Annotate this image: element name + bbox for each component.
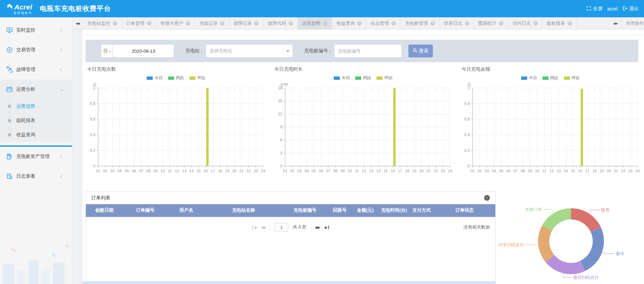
svg-text:15: 15 <box>278 99 283 103</box>
tab-label: 充值记录 <box>199 20 218 26</box>
close-operations-menu[interactable]: 关闭操作 <box>621 17 644 29</box>
tab-close-icon[interactable]: × <box>147 21 151 25</box>
tab-订单管理[interactable]: 订单管理× <box>122 17 156 29</box>
tab-close-icon[interactable]: × <box>533 21 538 25</box>
tab-收益查询[interactable]: 收益查询× <box>332 17 366 29</box>
legend-同比[interactable]: 同比 <box>168 75 184 81</box>
logout-button[interactable]: 退出 <box>622 6 639 12</box>
tab-close-icon[interactable]: × <box>430 21 435 25</box>
pie-slice-刷卡[interactable] <box>580 227 604 271</box>
tab-充电站监控[interactable]: 充电站监控× <box>82 17 122 29</box>
tab-close-icon[interactable]: × <box>289 21 293 25</box>
legend-环比[interactable]: 环比 <box>564 75 580 81</box>
brand-glyph-icon <box>7 3 13 11</box>
svg-text:1: 1 <box>93 86 95 90</box>
tabs-scroll-right-icon[interactable]: ▶▶ <box>610 17 621 29</box>
tab-label: 订单管理 <box>126 20 145 26</box>
pagination-last-icon[interactable]: ▶ <box>325 226 329 229</box>
pie-slice-微信扫码支付[interactable] <box>546 255 585 274</box>
pile-number-input[interactable] <box>334 44 402 58</box>
date-input[interactable] <box>113 44 174 58</box>
legend-swatch-icon <box>355 76 361 80</box>
pie-slice-免费订单[interactable] <box>542 208 571 231</box>
tab-close-icon[interactable]: × <box>568 21 572 25</box>
svg-text:12: 12 <box>549 169 554 173</box>
period-select[interactable]: 日 <box>101 44 113 58</box>
tab-close-icon[interactable]: × <box>113 21 117 25</box>
legend-环比[interactable]: 环比 <box>376 75 392 81</box>
svg-text:02: 02 <box>477 169 482 173</box>
tab-close-icon[interactable]: × <box>499 21 503 25</box>
sidebar-item-运营分析[interactable]: 运营分析 <box>0 79 72 99</box>
tab-能耗报表[interactable]: 能耗报表× <box>542 17 577 29</box>
pie-label-刷卡: 刷卡 <box>616 251 625 256</box>
sidebar-subitem-能耗报表[interactable]: 能耗报表 <box>0 113 72 128</box>
svg-text:24: 24 <box>448 169 453 173</box>
tab-close-icon[interactable]: × <box>186 21 190 25</box>
tab-故障代码[interactable]: 故障代码× <box>263 17 298 29</box>
search-button[interactable]: 搜索 <box>408 45 433 57</box>
fullscreen-button[interactable]: 全屏 <box>586 6 603 12</box>
station-select[interactable]: 选择充电站 <box>206 44 293 58</box>
tab-射频卡用户[interactable]: 射频卡用户× <box>156 17 195 29</box>
tab-close-icon[interactable]: × <box>220 21 224 25</box>
svg-text:0.4: 0.4 <box>464 132 470 137</box>
sidebar-subitem-运营趋势[interactable]: 运营趋势 <box>0 99 72 113</box>
pagination-first-icon[interactable]: ◀ <box>252 226 256 229</box>
sidebar-item-充电桩资产管理[interactable]: 充电桩资产管理 <box>0 147 72 166</box>
svg-text:11: 11 <box>168 169 172 173</box>
pile-number-label: 充电桩编号： <box>304 48 333 54</box>
svg-text:16: 16 <box>391 169 395 173</box>
tab-close-icon[interactable]: × <box>323 21 327 25</box>
tab-站点管理[interactable]: 站点管理× <box>366 17 401 29</box>
tab-登录日志[interactable]: 登录日志× <box>440 17 474 29</box>
sidebar-item-实时监控[interactable]: 实时监控 <box>0 20 72 40</box>
pie-slice-付宝扫码支付[interactable] <box>538 225 554 262</box>
tab-图表统计[interactable]: 图表统计× <box>474 17 508 29</box>
tab-访问日志[interactable]: 访问日志× <box>508 17 542 29</box>
sidebar-subitem-label: 能耗报表 <box>16 118 35 124</box>
username[interactable]: acrel <box>607 6 618 12</box>
sidebar-item-label: 日志查看 <box>16 173 35 179</box>
tab-close-icon[interactable]: × <box>254 21 259 25</box>
legend-今日[interactable]: 今日 <box>334 75 350 81</box>
sidebar-group-运营分析: 运营分析运营趋势能耗报表收益查询 <box>0 79 72 142</box>
filter-bar: 日 充电站： 选择充电站 充电桩编号： 搜索 <box>86 40 638 62</box>
chevron-down-icon <box>109 50 111 52</box>
tabs-scroll-left-icon[interactable]: ◀◀ <box>72 17 82 29</box>
bullet-icon <box>8 133 11 137</box>
svg-text:15: 15 <box>384 169 388 173</box>
pie-slice-投币[interactable] <box>571 208 601 232</box>
page-title: 电瓶车充电桩收费平台 <box>40 4 111 13</box>
legend-swatch-icon <box>564 76 570 80</box>
svg-text:04: 04 <box>117 169 122 173</box>
sidebar-item-故障管理[interactable]: 故障管理 <box>0 60 72 79</box>
sidebar-item-日志查看[interactable]: 日志查看 <box>0 166 72 186</box>
tab-close-icon[interactable]: × <box>465 21 469 25</box>
bottom-strip <box>82 281 496 284</box>
collapse-panel-icon[interactable]: ↑ <box>484 195 490 201</box>
legend-今日[interactable]: 今日 <box>521 75 537 81</box>
sidebar-item-交易管理[interactable]: ¥交易管理 <box>0 40 72 60</box>
svg-text:0.2: 0.2 <box>90 148 95 153</box>
legend-环比[interactable]: 环比 <box>189 75 205 81</box>
pagination-prev-icon[interactable]: ◀◀ <box>261 226 265 229</box>
tab-label: 站点管理 <box>371 20 389 26</box>
tab-close-icon[interactable]: × <box>391 21 396 25</box>
tab-运营趋势[interactable]: 运营趋势× <box>298 17 332 29</box>
svg-text:16: 16 <box>204 169 208 173</box>
legend-同比[interactable]: 同比 <box>542 75 558 81</box>
sidebar-subitem-收益查询[interactable]: 收益查询 <box>0 128 72 142</box>
legend-今日[interactable]: 今日 <box>147 75 163 81</box>
legend-同比[interactable]: 同比 <box>355 75 371 81</box>
page-number-input[interactable] <box>275 223 288 231</box>
tab-充电桩管理[interactable]: 充电桩管理× <box>401 17 440 29</box>
tab-close-icon[interactable]: × <box>357 21 362 25</box>
tab-故障记录[interactable]: 故障记录× <box>229 17 263 29</box>
pagination-next-icon[interactable]: ▶▶ <box>316 226 320 229</box>
tab-充值记录[interactable]: 充值记录× <box>195 17 229 29</box>
chart-title: 今日充电时长 <box>274 66 303 72</box>
svg-text:18: 18 <box>218 169 222 173</box>
sidebar-item-label: 故障管理 <box>16 67 35 73</box>
chart-今日充电次数: 今日充电次数今日同比环比次00.20.40.60.810102030405060… <box>82 63 270 189</box>
